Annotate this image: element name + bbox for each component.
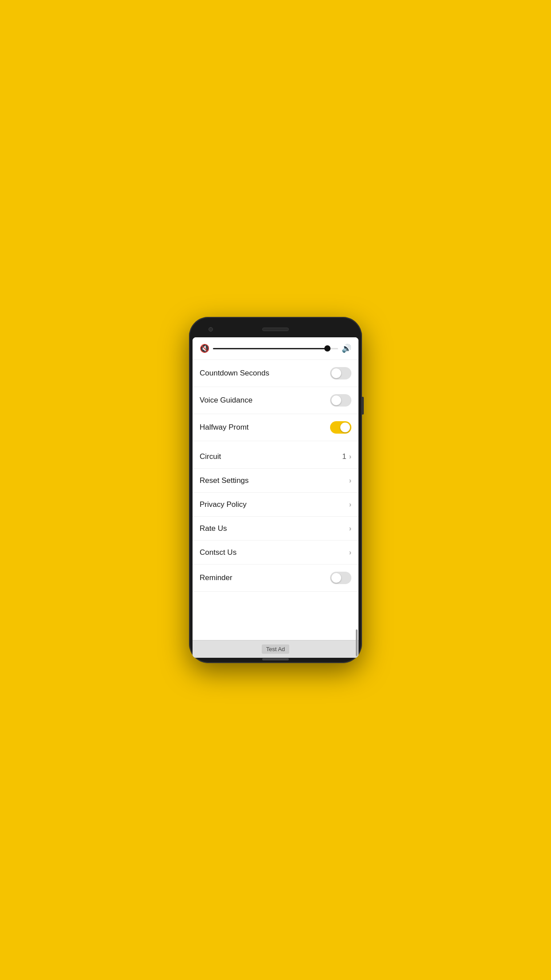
voice-guidance-label: Voice Guidance <box>200 396 252 405</box>
volume-high-icon: 🔊 <box>342 344 351 353</box>
volume-slider-thumb <box>324 345 331 352</box>
volume-slider-fill <box>213 348 328 349</box>
privacy-policy-chevron-icon: › <box>349 501 351 509</box>
phone-top-bar <box>193 321 358 337</box>
volume-low-icon: 🔇 <box>200 344 209 353</box>
reset-settings-label: Reset Settings <box>200 476 249 485</box>
privacy-policy-right: › <box>349 501 351 509</box>
volume-slider-track[interactable] <box>213 348 338 349</box>
reminder-toggle-thumb <box>331 573 341 583</box>
phone-frame: 🔇 🔊 Countdown Seconds Voice Guidance <box>189 317 362 663</box>
countdown-seconds-row: Countdown Seconds <box>193 360 358 387</box>
reset-settings-right: › <box>349 477 351 485</box>
voice-guidance-toggle-thumb <box>331 395 341 405</box>
phone-screen: 🔇 🔊 Countdown Seconds Voice Guidance <box>193 337 358 658</box>
halfway-promt-label: Halfway Promt <box>200 423 249 432</box>
home-indicator <box>262 658 289 660</box>
circuit-right: 1 › <box>342 452 351 461</box>
reminder-row: Reminder <box>193 565 358 592</box>
reset-settings-chevron-icon: › <box>349 477 351 485</box>
circuit-value: 1 <box>342 452 346 461</box>
privacy-policy-label: Privacy Policy <box>200 500 247 509</box>
voice-guidance-row: Voice Guidance <box>193 387 358 414</box>
countdown-seconds-label: Countdown Seconds <box>200 369 269 378</box>
rate-us-label: Rate Us <box>200 524 227 533</box>
halfway-promt-toggle[interactable] <box>330 421 351 434</box>
side-button <box>362 397 364 415</box>
contact-us-row[interactable]: Contsct Us › <box>193 541 358 565</box>
contact-us-chevron-icon: › <box>349 549 351 557</box>
phone-speaker <box>262 328 289 331</box>
scroll-indicator <box>356 640 358 658</box>
halfway-promt-toggle-thumb <box>340 423 350 432</box>
ad-banner-label: Test Ad <box>262 644 290 654</box>
rate-us-row[interactable]: Rate Us › <box>193 517 358 541</box>
countdown-seconds-toggle-thumb <box>331 368 341 378</box>
privacy-policy-row[interactable]: Privacy Policy › <box>193 493 358 517</box>
circuit-row[interactable]: Circuit 1 › <box>193 445 358 469</box>
rate-us-right: › <box>349 525 351 533</box>
scroll-thumb <box>356 629 358 656</box>
circuit-chevron-icon: › <box>349 453 351 461</box>
voice-guidance-toggle[interactable] <box>330 394 351 407</box>
volume-row: 🔇 🔊 <box>193 337 358 360</box>
reminder-label: Reminder <box>200 573 232 582</box>
circuit-label: Circuit <box>200 452 221 461</box>
reminder-toggle[interactable] <box>330 572 351 584</box>
settings-list: Countdown Seconds Voice Guidance Halfway… <box>193 360 358 640</box>
phone-camera <box>209 327 213 332</box>
countdown-seconds-toggle[interactable] <box>330 367 351 379</box>
halfway-promt-row: Halfway Promt <box>193 414 358 441</box>
rate-us-chevron-icon: › <box>349 525 351 533</box>
contact-us-right: › <box>349 549 351 557</box>
ad-banner: Test Ad <box>193 640 358 658</box>
reset-settings-row[interactable]: Reset Settings › <box>193 469 358 493</box>
contact-us-label: Contsct Us <box>200 548 236 557</box>
